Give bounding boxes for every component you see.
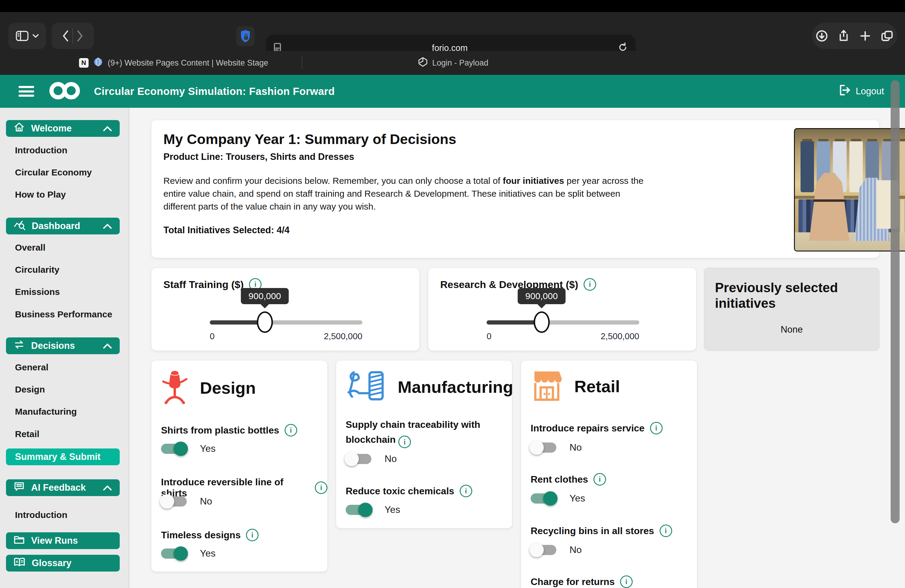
retail-card: Retail Introduce repairs servicei No Ren… — [521, 360, 697, 588]
product-line-subtitle: Product Line: Trousers, Shirts and Dress… — [164, 151, 867, 162]
new-tab-icon[interactable] — [859, 30, 871, 41]
sidebar-button-view-runs[interactable]: View Runs — [6, 532, 120, 549]
page-scrollbar[interactable] — [891, 80, 900, 523]
summary-card: My Company Year 1: Summary of Decisions … — [151, 120, 880, 258]
sidebar: Welcome Introduction Circular Economy Ho… — [0, 108, 129, 588]
toggle-switch[interactable] — [346, 505, 372, 515]
sidebar-button-glossary[interactable]: A Glossary — [6, 555, 120, 572]
chart-magnifier-icon — [14, 219, 25, 233]
info-icon[interactable]: i — [460, 485, 472, 497]
toggle-switch[interactable] — [530, 442, 556, 453]
decision-label: Reduce toxic chemicalsi — [346, 485, 472, 497]
sidebar-item-general[interactable]: General — [15, 362, 49, 372]
info-icon[interactable]: i — [246, 529, 259, 541]
info-icon[interactable]: i — [284, 424, 297, 437]
globe-icon — [94, 57, 103, 69]
sidebar-item-introduction[interactable]: Introduction — [15, 145, 67, 156]
info-icon[interactable]: i — [594, 473, 606, 486]
tab-overview-icon[interactable] — [881, 30, 893, 41]
tab-label: (9+) Website Pages Content | Website Sta… — [108, 58, 268, 68]
sidebar-toggle-button[interactable] — [8, 23, 46, 49]
decision-label: Supply chain traceability with blockchai… — [346, 417, 486, 448]
slider-value: 900,000 — [518, 288, 565, 304]
staff-training-slider[interactable]: 900,000 — [210, 320, 362, 324]
chevron-up-icon — [103, 340, 112, 351]
tab-website-pages[interactable]: N (9+) Website Pages Content | Website S… — [48, 51, 299, 75]
group-label: Dashboard — [32, 221, 80, 231]
decision-label: Charge for returnsi — [530, 575, 633, 588]
sidebar-item-manufacturing[interactable]: Manufacturing — [15, 407, 77, 417]
sidebar-item-circularity[interactable]: Circularity — [15, 265, 59, 275]
titlebar — [0, 0, 905, 12]
info-icon[interactable]: i — [315, 482, 327, 494]
toggle-state: Yes — [200, 443, 216, 454]
card-title: Staff Training ($) — [164, 279, 244, 291]
downloads-icon[interactable] — [816, 30, 828, 42]
info-icon[interactable]: i — [584, 278, 596, 291]
toggle-state: No — [200, 496, 212, 507]
sidebar-item-circular-economy[interactable]: Circular Economy — [15, 167, 92, 178]
app-title: Circular Economy Simulation: Fashion For… — [94, 85, 335, 97]
decision-toggle-row: No — [530, 442, 582, 453]
sidebar-group-dashboard[interactable]: Dashboard — [6, 218, 120, 234]
group-label: Welcome — [31, 123, 72, 134]
decision-label: Introduce repairs servicei — [530, 422, 663, 434]
toggle-state: No — [570, 442, 582, 453]
privacy-shield-button[interactable] — [237, 26, 254, 46]
rnd-slider[interactable]: 900,000 — [487, 320, 639, 324]
sidebar-item-emissions[interactable]: Emissions — [15, 287, 60, 297]
main-content: My Company Year 1: Summary of Decisions … — [130, 108, 905, 588]
info-icon[interactable]: i — [399, 435, 411, 448]
toggle-switch[interactable] — [530, 493, 556, 504]
feedback-icon — [14, 482, 25, 494]
design-card: Design Shirts from plastic bottlesi Yes … — [151, 360, 328, 572]
decision-toggle-row: No — [161, 496, 212, 507]
folder-icon — [14, 535, 25, 547]
tab-divider — [302, 56, 302, 70]
chevron-up-icon — [103, 482, 112, 493]
sidebar-item-overall[interactable]: Overall — [15, 243, 46, 253]
info-icon[interactable]: i — [620, 575, 633, 588]
decision-toggle-row: Yes — [530, 493, 585, 504]
payload-icon — [418, 57, 427, 69]
toggle-state: No — [384, 453, 397, 464]
toggle-switch[interactable] — [161, 444, 187, 454]
sidebar-item-how-to-play[interactable]: How to Play — [15, 189, 66, 200]
chevron-down-icon — [32, 34, 39, 38]
logout-button[interactable]: Logout — [838, 84, 884, 99]
sidebar-item-summary-submit[interactable]: Summary & Submit — [6, 448, 120, 465]
sidebar-item-design[interactable]: Design — [15, 385, 45, 394]
decision-label: Rent clothesi — [530, 473, 606, 486]
share-icon[interactable] — [838, 30, 849, 42]
toggle-switch[interactable] — [530, 545, 556, 555]
logout-icon — [838, 84, 850, 99]
total-initiatives: Total Initiatives Selected: 4/4 — [164, 225, 867, 236]
sidebar-group-ai-feedback[interactable]: AI Feedback — [6, 479, 120, 496]
slider-handle[interactable] — [533, 311, 550, 333]
decision-toggle-row: Yes — [161, 443, 216, 454]
info-icon[interactable]: i — [660, 524, 672, 537]
svg-text:A: A — [16, 560, 18, 563]
sidebar-group-decisions[interactable]: Decisions — [6, 337, 120, 354]
button-label: View Runs — [31, 535, 78, 546]
app-header: Circular Economy Simulation: Fashion For… — [0, 75, 905, 108]
toggle-switch[interactable] — [161, 496, 187, 507]
screen: forio.com N (9+) — [0, 0, 905, 588]
toggle-state: Yes — [570, 493, 585, 504]
back-button[interactable] — [62, 30, 70, 42]
tab-login-payload[interactable]: Login - Payload — [335, 51, 572, 75]
sidebar-group-welcome[interactable]: Welcome — [6, 120, 120, 137]
sidebar-item-retail[interactable]: Retail — [15, 429, 40, 439]
toggle-switch[interactable] — [161, 548, 187, 559]
chevron-up-icon — [103, 123, 112, 134]
slider-handle[interactable] — [257, 311, 273, 333]
toggle-switch[interactable] — [346, 454, 372, 464]
sidebar-item-ai-introduction[interactable]: Introduction — [15, 510, 67, 520]
mannequin-icon — [160, 369, 189, 406]
info-icon[interactable]: i — [650, 422, 663, 434]
sidebar-panel-icon — [16, 30, 29, 41]
forward-button[interactable] — [76, 30, 84, 42]
decision-toggle-row: Yes — [161, 548, 216, 559]
sidebar-item-business-performance[interactable]: Business Performance — [15, 309, 112, 319]
menu-icon[interactable] — [19, 86, 34, 97]
